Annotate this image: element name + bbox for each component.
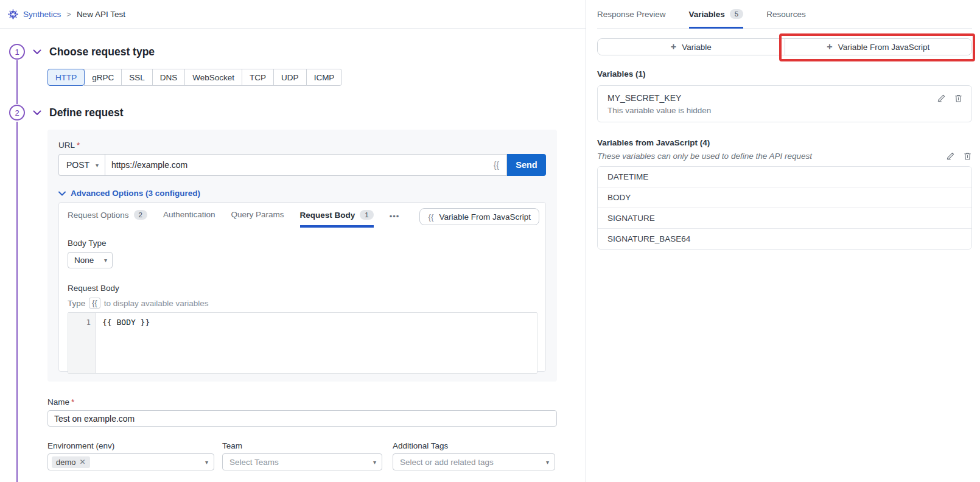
tab-variables[interactable]: Variables 5 [689, 0, 744, 28]
team-placeholder: Select Teams [226, 458, 279, 467]
breadcrumb-separator: > [66, 10, 71, 19]
list-item[interactable]: SIGNATURE_BASE64 [598, 228, 971, 249]
tab-response-preview[interactable]: Response Preview [597, 0, 666, 28]
additional-tags-label: Additional Tags [393, 441, 555, 450]
advanced-options-label: Advanced Options (3 configured) [71, 189, 200, 198]
variables-section-heading: Variables (1) [597, 69, 972, 79]
variables-count-badge: 5 [730, 9, 743, 19]
request-body-badge: 1 [360, 210, 373, 220]
env-tag-demo: demo ✕ [52, 456, 90, 468]
tab-request-body[interactable]: Request Body 1 [300, 210, 374, 228]
synthetics-icon [8, 9, 18, 19]
request-type-http[interactable]: HTTP [47, 69, 85, 86]
chevron-down-icon: ▾ [96, 162, 99, 169]
plus-icon: + [671, 42, 676, 52]
tab-resources[interactable]: Resources [766, 0, 806, 28]
step-connector-line [16, 122, 18, 482]
request-body-editor[interactable]: 1 {{ BODY }} [68, 312, 537, 374]
edit-icon[interactable] [937, 94, 946, 103]
http-method-select[interactable]: POST ▾ [58, 154, 105, 176]
chevron-down-icon: ▾ [546, 459, 549, 466]
chevron-down-icon: ▾ [373, 459, 376, 466]
chevron-down-icon: ▾ [205, 459, 208, 466]
step-1-header: 1 Choose request type [0, 44, 586, 60]
breadcrumb-synthetics-link[interactable]: Synthetics [23, 10, 61, 19]
request-type-udp[interactable]: UDP [273, 69, 307, 86]
variables-panel: Response Preview Variables 5 Resources +… [586, 0, 980, 482]
variable-from-javascript-button[interactable]: {{ Variable From JavaScript [419, 208, 539, 225]
step-2-number: 2 [9, 105, 25, 120]
required-marker: * [77, 141, 80, 150]
tab-authentication[interactable]: Authentication [163, 210, 215, 227]
add-variable-button[interactable]: + Variable [598, 39, 785, 55]
js-variables-list: DATETIME BODY SIGNATURE SIGNATURE_BASE64 [597, 166, 972, 250]
chevron-down-icon[interactable] [33, 110, 41, 116]
step-2-header: 2 Define request [0, 105, 586, 120]
more-tabs-button[interactable]: ••• [390, 210, 400, 221]
chevron-down-icon[interactable] [33, 49, 41, 55]
line-number: 1 [86, 318, 91, 327]
url-input[interactable] [105, 155, 494, 175]
plus-icon: + [827, 42, 832, 52]
request-type-icmp[interactable]: ICMP [306, 69, 343, 86]
advanced-options-card: Request Options 2 Authentication Query P… [58, 202, 546, 372]
test-name-input[interactable] [47, 410, 557, 427]
add-variable-button-group: + Variable + Variable From JavaScript [597, 38, 972, 55]
variables-hint: Type {{ to display available variables [68, 298, 536, 309]
request-type-dns[interactable]: DNS [152, 69, 186, 86]
request-type-group: HTTP gRPC SSL DNS WebSocket TCP UDP ICMP [47, 69, 342, 86]
request-body-label: Request Body [68, 284, 536, 293]
request-options-badge: 2 [134, 210, 147, 220]
url-label: URL* [58, 141, 546, 150]
body-type-select[interactable]: None ▾ [68, 252, 113, 268]
environment-select[interactable]: demo ✕ ▾ [47, 453, 214, 470]
edit-icon[interactable] [946, 152, 955, 161]
body-type-label: Body Type [68, 239, 536, 248]
request-body-tab-content: Body Type None ▾ Request Body Type {{ to… [59, 224, 545, 374]
url-input-wrap: {{ [105, 154, 507, 176]
breadcrumb-current-page: New API Test [77, 10, 125, 19]
delete-icon[interactable] [963, 152, 972, 161]
tab-query-params[interactable]: Query Params [231, 210, 284, 227]
request-type-tcp[interactable]: TCP [242, 69, 274, 86]
team-label: Team [222, 441, 382, 450]
js-variables-note-row: These variables can only be used to defi… [597, 152, 972, 161]
team-select[interactable]: Select Teams ▾ [222, 453, 382, 470]
chevron-down-icon: ▾ [104, 257, 107, 264]
editor-gutter: 1 [68, 313, 96, 373]
advanced-options-toggle[interactable]: Advanced Options (3 configured) [58, 189, 546, 198]
tab-request-options[interactable]: Request Options 2 [68, 210, 147, 228]
step-1-title: Choose request type [49, 46, 155, 58]
list-item[interactable]: DATETIME [598, 167, 971, 187]
handlebars-icon: {{ [428, 212, 433, 222]
variable-hidden-note: This variable value is hidden [607, 106, 962, 115]
advanced-options-tabs: Request Options 2 Authentication Query P… [59, 203, 545, 224]
add-variable-from-javascript-button[interactable]: + Variable From JavaScript [785, 39, 972, 55]
tags-placeholder: Select or add related tags [397, 458, 494, 467]
environment-label: Environment (env) [47, 441, 214, 450]
request-type-websocket[interactable]: WebSocket [184, 69, 242, 86]
url-row: POST ▾ {{ Send [58, 154, 546, 176]
required-marker: * [71, 397, 74, 407]
list-item[interactable]: SIGNATURE [598, 208, 971, 228]
handlebars-hint-icon: {{ [494, 160, 506, 170]
handlebars-chip: {{ [89, 298, 100, 309]
editor-code[interactable]: {{ BODY }} [96, 313, 537, 373]
test-editor-panel: Synthetics > New API Test 1 Choose reque… [0, 0, 586, 482]
step-1-number: 1 [9, 44, 25, 60]
request-type-ssl[interactable]: SSL [121, 69, 153, 86]
additional-tags-select[interactable]: Select or add related tags ▾ [393, 453, 555, 470]
variable-card: MY_SECRET_KEY This variable value is hid… [597, 85, 972, 122]
send-button[interactable]: Send [507, 154, 546, 176]
step-2-title: Define request [49, 107, 124, 119]
delete-icon[interactable] [954, 94, 963, 103]
remove-tag-icon[interactable]: ✕ [80, 458, 86, 466]
define-request-card: URL* POST ▾ {{ Send Advanced Options (3 [47, 130, 557, 382]
list-item[interactable]: BODY [598, 187, 971, 208]
request-type-grpc[interactable]: gRPC [84, 69, 122, 86]
request-type-selector: HTTP gRPC SSL DNS WebSocket TCP UDP ICMP [47, 60, 586, 86]
right-panel-tabs: Response Preview Variables 5 Resources [597, 0, 972, 29]
js-variables-section-heading: Variables from JavaScript (4) [597, 138, 972, 147]
breadcrumb: Synthetics > New API Test [0, 0, 586, 29]
step-connector-line [16, 60, 18, 104]
